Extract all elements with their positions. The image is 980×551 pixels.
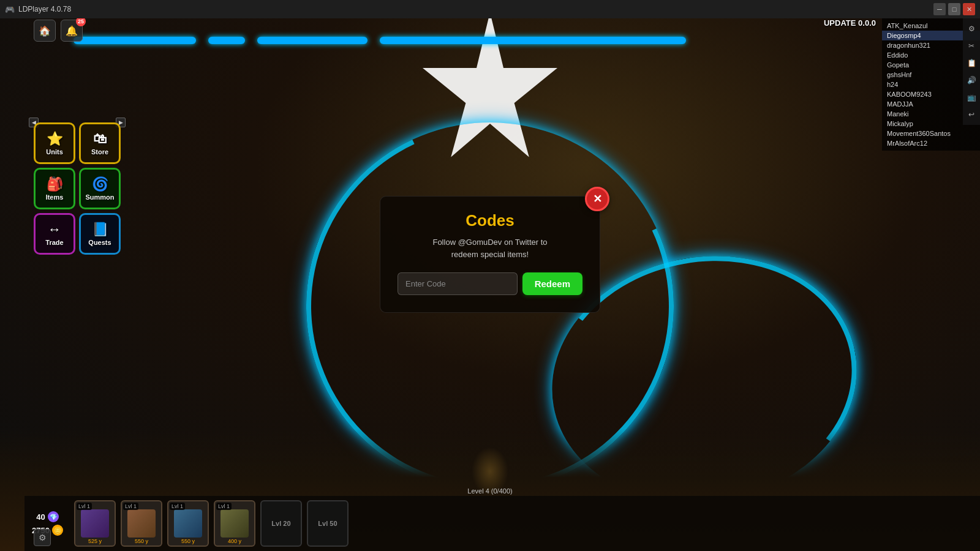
units-button[interactable]: ⭐ Units <box>34 122 75 164</box>
gem-icon: 💎 <box>48 511 59 522</box>
update-badge[interactable]: UPDATE 0.0.0 <box>824 18 876 28</box>
unit-avatar-3 <box>174 509 202 538</box>
modal-close-button[interactable]: ✕ <box>585 187 609 211</box>
progress-bar-3 <box>257 37 368 44</box>
unit-level-5: Lvl 20 <box>271 520 290 527</box>
app-title: LDPlayer 4.0.78 <box>18 5 71 13</box>
summon-icon: 🌀 <box>92 176 108 192</box>
progress-bar-2 <box>208 37 245 44</box>
unit-cost-2: 550 y <box>135 538 148 544</box>
modal-title: Codes <box>398 211 582 230</box>
modal-input-row: Redeem <box>398 272 582 295</box>
close-button[interactable]: ✕ <box>963 3 975 15</box>
titlebar: 🎮 LDPlayer 4.0.78 ─ □ ✕ <box>0 0 980 18</box>
toolbar-icon-2[interactable]: ✂ <box>965 39 978 53</box>
unit-cost-4: 400 y <box>228 538 241 544</box>
unit-avatar-4 <box>221 509 249 538</box>
unit-slot-4[interactable]: Lvl 1 400 y <box>214 500 255 547</box>
top-left-icons: 🏠 🔔 25 <box>34 20 83 42</box>
store-button[interactable]: 🛍 Store <box>79 122 121 164</box>
items-button[interactable]: 🎒 Items <box>34 168 75 209</box>
level-display: Level 4 (0/400) <box>467 487 512 495</box>
trade-label: Trade <box>45 239 63 246</box>
unit-slot-1[interactable]: Lvl 1 525 y <box>74 500 116 547</box>
units-icon: ⭐ <box>47 131 63 147</box>
maximize-button[interactable]: □ <box>948 3 960 15</box>
toolbar-icon-1[interactable]: ⚙ <box>965 22 978 36</box>
notification-icon[interactable]: 🔔 25 <box>61 20 83 42</box>
modal-subtitle: Follow @GomuDev on Twitter toredeem spec… <box>398 236 582 260</box>
quests-icon: 📘 <box>92 222 108 238</box>
home-icon[interactable]: 🏠 <box>34 20 56 42</box>
trade-button[interactable]: ↔ Trade <box>34 213 75 255</box>
store-label: Store <box>91 148 108 156</box>
unit-avatar-1 <box>81 509 109 538</box>
progress-bar-4 <box>380 37 686 44</box>
unit-level-6: Lvl 50 <box>318 520 337 527</box>
redeem-button[interactable]: Redeem <box>522 272 582 295</box>
unit-avatar-2 <box>127 509 156 538</box>
bottom-hud: 40 💎 2750 🪙 Lvl 1 525 y Lvl 1 550 y Lvl … <box>24 496 980 551</box>
progress-bars <box>74 37 686 44</box>
items-label: Items <box>46 193 64 201</box>
toolbar-icon-3[interactable]: 📋 <box>965 56 978 70</box>
progress-bar-1 <box>74 37 196 44</box>
settings-cog-button[interactable]: ⚙ <box>34 529 51 546</box>
summon-label: Summon <box>85 193 114 201</box>
toolbar-icon-5[interactable]: 📺 <box>965 91 978 104</box>
toolbar-icon-4[interactable]: 🔊 <box>965 73 978 87</box>
unit-level-4: Lvl 1 <box>216 503 232 510</box>
unit-slot-2[interactable]: Lvl 1 550 y <box>121 500 162 547</box>
store-icon: 🛍 <box>93 131 107 147</box>
titlebar-controls: ─ □ ✕ <box>933 3 975 15</box>
unit-slot-5[interactable]: Lvl 20 <box>260 500 302 547</box>
player-item: Movement360Santos <box>882 129 980 138</box>
quests-label: Quests <box>88 239 111 246</box>
unit-slot-6[interactable]: Lvl 50 <box>307 500 349 547</box>
unit-cost-3: 550 y <box>181 538 195 544</box>
quests-button[interactable]: 📘 Quests <box>79 213 121 255</box>
right-toolbar: ⚙ ✂ 📋 🔊 📺 ↩ <box>963 18 980 125</box>
toolbar-icon-6[interactable]: ↩ <box>965 108 978 121</box>
units-label: Units <box>46 148 63 156</box>
player-item: MrAlsofArc12 <box>882 138 980 148</box>
summon-button[interactable]: 🌀 Summon <box>79 168 121 209</box>
unit-level-2: Lvl 1 <box>123 503 138 510</box>
items-icon: 🎒 <box>47 176 63 192</box>
unit-level-3: Lvl 1 <box>170 503 185 510</box>
unit-level-1: Lvl 1 <box>77 503 92 510</box>
unit-slot-3[interactable]: Lvl 1 550 y <box>167 500 209 547</box>
gold-icon: 🪙 <box>52 525 63 536</box>
gem-display: 40 💎 <box>36 511 58 522</box>
minimize-button[interactable]: ─ <box>933 3 946 15</box>
code-input[interactable] <box>398 272 518 295</box>
trade-icon: ↔ <box>48 222 61 238</box>
unit-cost-1: 525 y <box>88 538 102 544</box>
codes-modal: ✕ Codes Follow @GomuDev on Twitter tored… <box>380 196 600 313</box>
game-buttons-panel: ◀ ▶ ⭐ Units 🛍 Store 🎒 Items 🌀 Summon ↔ T… <box>34 122 121 255</box>
